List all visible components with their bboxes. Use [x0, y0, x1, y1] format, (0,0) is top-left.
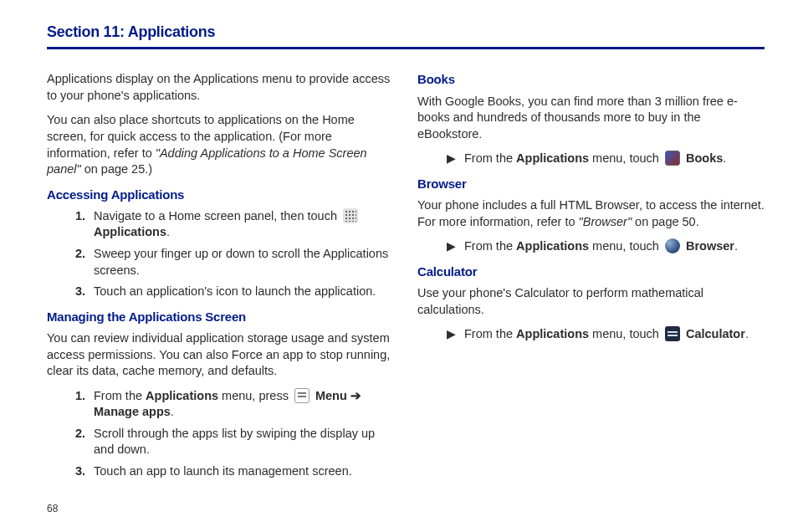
text: . [166, 225, 170, 238]
list-number: 2. [67, 246, 85, 263]
browser-intro: Your phone includes a full HTML Browser,… [417, 197, 765, 230]
text: Navigate to a Home screen panel, then to… [94, 209, 340, 223]
heading-books: Books [417, 71, 765, 88]
heading-managing-applications: Managing the Applications Screen [47, 309, 394, 325]
books-icon [665, 151, 680, 166]
text: menu, touch [589, 239, 662, 253]
list-text: Sweep your finger up or down to scroll t… [94, 246, 394, 279]
bullet-icon: ▶ [437, 238, 456, 254]
text: From the [464, 239, 516, 253]
list-text: From the Applications menu, touch Calcul… [464, 326, 765, 343]
heading-accessing-applications: Accessing Applications [47, 187, 394, 203]
list-item: 3. Touch an app to launch its management… [47, 463, 394, 480]
list-text: From the Applications menu, touch Books. [464, 151, 765, 167]
text: . [723, 151, 726, 165]
page-number: 68 [47, 502, 58, 515]
list-item: 2. Sweep your finger up or down to scrol… [47, 246, 394, 279]
list-text: From the Applications menu, press Menu ➔… [94, 388, 394, 421]
text: menu, press [218, 389, 292, 402]
list-item: 1. Navigate to a Home screen panel, then… [47, 208, 394, 241]
list-number: 3. [67, 284, 85, 300]
list-number: 3. [67, 463, 85, 480]
list-item: ▶ From the Applications menu, touch Book… [417, 151, 765, 167]
list-text: Navigate to a Home screen panel, then to… [94, 208, 394, 241]
label-applications: Applications [516, 327, 589, 340]
document-page: Section 11: Applications Applications di… [0, 0, 798, 532]
books-intro: With Google Books, you can find more tha… [417, 94, 765, 143]
label-books: Books [686, 151, 723, 165]
text: . [734, 239, 738, 253]
list-text: Scroll through the apps list by swiping … [94, 426, 394, 458]
calculator-icon [665, 326, 680, 341]
calculator-intro: Use your phone's Calculator to perform m… [417, 285, 765, 318]
label-applications: Applications [146, 389, 218, 402]
label-manage-apps: Manage apps [94, 405, 171, 418]
text: . [745, 327, 749, 340]
list-item: ▶ From the Applications menu, touch Brow… [417, 238, 765, 255]
list-number: 1. [67, 388, 85, 405]
text: menu, touch [589, 327, 662, 340]
list-item: 3. Touch an application's icon to launch… [47, 284, 394, 300]
arrow-icon: ➔ [347, 389, 361, 402]
text: on page 50. [632, 215, 699, 228]
list-text: Touch an app to launch its management sc… [94, 463, 394, 480]
label-applications: Applications [516, 151, 589, 165]
label-browser: Browser [686, 239, 734, 253]
heading-calculator: Calculator [417, 263, 765, 280]
list-text: Touch an application's icon to launch th… [94, 284, 394, 300]
bullet-icon: ▶ [437, 326, 456, 342]
list-number: 1. [67, 208, 85, 225]
text: menu, touch [589, 151, 662, 165]
label-applications: Applications [516, 239, 589, 253]
manage-intro-paragraph: You can review individual application st… [47, 330, 394, 380]
list-number: 2. [67, 426, 85, 442]
applications-icon [343, 208, 358, 223]
list-item: ▶ From the Applications menu, touch Calc… [417, 326, 765, 343]
left-column: Applications display on the Applications… [47, 71, 394, 484]
list-text: From the Applications menu, touch Browse… [464, 238, 765, 255]
intro-paragraph-2: You can also place shortcuts to applicat… [47, 112, 394, 177]
text: on page 25.) [81, 162, 152, 176]
text: . [171, 405, 174, 418]
intro-paragraph-1: Applications display on the Applications… [47, 71, 394, 104]
browser-icon [665, 238, 680, 253]
list-item: 2. Scroll through the apps list by swipi… [47, 426, 394, 458]
text: From the [464, 151, 516, 165]
cross-reference: "Browser" [579, 215, 632, 228]
label-menu: Menu [315, 389, 347, 402]
two-column-layout: Applications display on the Applications… [47, 71, 765, 484]
label-applications: Applications [94, 225, 166, 238]
heading-browser: Browser [417, 176, 765, 192]
text: From the [94, 389, 146, 402]
text: From the [464, 327, 516, 340]
right-column: Books With Google Books, you can find mo… [417, 71, 765, 484]
label-calculator: Calculator [686, 327, 745, 340]
menu-icon [294, 388, 309, 403]
bullet-icon: ▶ [437, 151, 456, 166]
list-item: 1. From the Applications menu, press Men… [47, 388, 394, 421]
section-title: Section 11: Applications [47, 22, 765, 49]
